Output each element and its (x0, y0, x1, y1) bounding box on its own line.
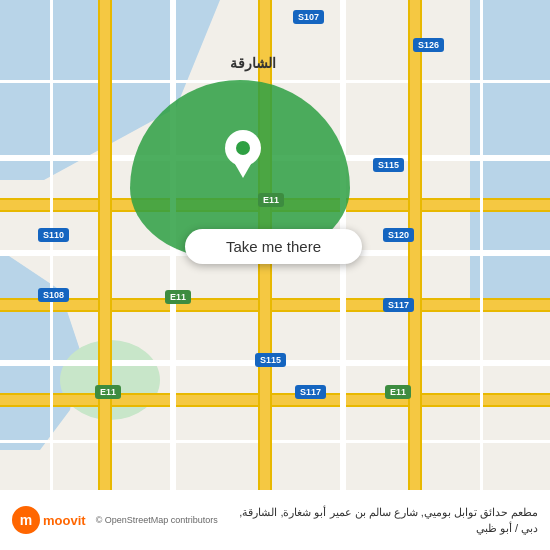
road-h4 (0, 80, 550, 83)
road-e11-h3 (0, 395, 550, 405)
road-e11-h2 (0, 300, 550, 310)
road-label-s120: S120 (383, 228, 414, 242)
road-v6 (50, 0, 53, 550)
road-label-s117-1: S117 (383, 298, 414, 312)
location-pin (225, 130, 261, 178)
location-description: مطعم حدائق توابل بوميي, شارع سالم بن عمي… (236, 504, 538, 537)
pin-circle (225, 130, 261, 166)
moovit-logo: m moovit (12, 506, 86, 534)
road-label-s115-2: S115 (255, 353, 286, 367)
park-area (60, 340, 160, 420)
take-me-there-label: Take me there (226, 238, 321, 255)
map-container: الشارقة E11 E11 E11 E11 S110 S108 S115 S… (0, 0, 550, 550)
attribution-text: © OpenStreetMap contributors (96, 515, 218, 525)
moovit-text: moovit (43, 513, 86, 528)
road-v7 (480, 0, 483, 550)
road-v5 (340, 0, 346, 550)
road-label-s108: S108 (38, 288, 69, 302)
road-label-e11-3: E11 (95, 385, 121, 399)
road-v4 (170, 0, 176, 550)
road-label-s126: S126 (413, 38, 444, 52)
moovit-icon: m (12, 506, 40, 534)
road-label-e11-1: E11 (258, 193, 284, 207)
road-label-s115-1: S115 (373, 158, 404, 172)
road-v1 (100, 0, 110, 550)
road-label-s110: S110 (38, 228, 69, 242)
road-label-e11-2: E11 (165, 290, 191, 304)
road-label-s107: S107 (293, 10, 324, 24)
bottom-bar: m moovit © OpenStreetMap contributors مط… (0, 490, 550, 550)
pin-inner (236, 141, 250, 155)
pin-pointer (235, 164, 251, 178)
city-label: الشارقة (230, 55, 276, 71)
road-label-e11-4: E11 (385, 385, 411, 399)
road-h5 (0, 440, 550, 443)
take-me-there-button[interactable]: Take me there (185, 229, 362, 264)
road-v3 (410, 0, 420, 550)
road-label-s117-2: S117 (295, 385, 326, 399)
